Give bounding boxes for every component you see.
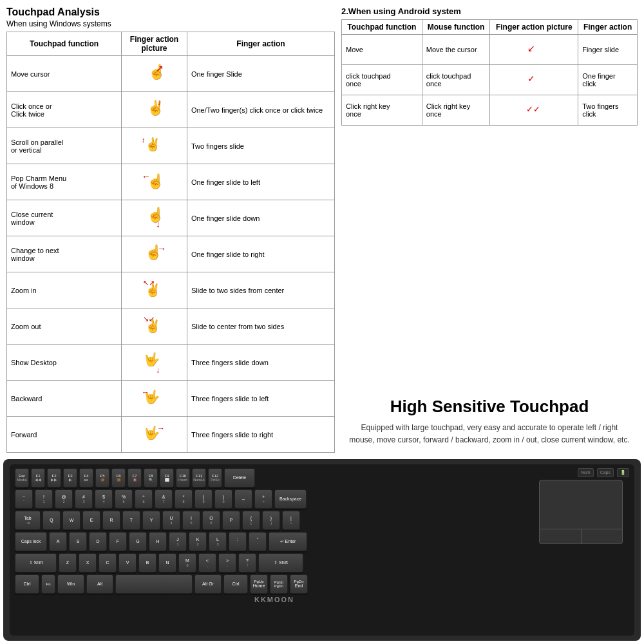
key-fn[interactable]: Fn — [41, 574, 55, 594]
win-action-cell: One finger slide to left — [187, 164, 334, 200]
key-rbracket[interactable]: }] — [262, 511, 280, 530]
key-slash[interactable]: ?/ — [238, 553, 256, 573]
and-mouse-cell: click touchpad once — [422, 65, 490, 95]
caps-indicator: Caps — [597, 468, 614, 477]
key-f6[interactable]: F6🔆 — [111, 468, 126, 488]
key-pgupdn[interactable]: PgUpPgDn — [270, 574, 288, 594]
key-z[interactable]: Z — [59, 553, 77, 573]
key-altgr[interactable]: Alt Gr — [194, 574, 222, 594]
key-f8[interactable]: F8🔍 — [144, 468, 158, 488]
key-f10[interactable]: F10Insert — [176, 468, 190, 488]
key-space[interactable] — [115, 574, 193, 594]
key-s[interactable]: S — [69, 532, 87, 551]
key-semicolon[interactable]: :; — [229, 532, 247, 551]
android-title: 2.When using Android system — [341, 6, 638, 16]
key-p[interactable]: P — [222, 511, 240, 530]
key-9[interactable]: (9 — [194, 489, 213, 509]
key-f9[interactable]: F9⬜ — [160, 468, 174, 488]
key-w[interactable]: W — [62, 511, 80, 530]
touchpad-left-btn[interactable] — [540, 529, 582, 544]
key-backtick[interactable]: ~` — [15, 489, 33, 509]
key-5[interactable]: %5 — [115, 489, 133, 509]
svg-text:🤟: 🤟 — [144, 352, 160, 367]
key-f7[interactable]: F7🔇 — [128, 468, 142, 488]
key-4[interactable]: $4 — [95, 489, 113, 509]
key-f3[interactable]: F3▶ — [63, 468, 77, 488]
win-action-cell: One finger slide to right — [187, 236, 334, 272]
and-mouse-cell: Move the cursor — [422, 35, 490, 65]
win-gesture-cell: ☝↗ — [122, 56, 187, 92]
windows-table-row: Move cursor ☝↗ One finger Slide — [7, 56, 335, 92]
key-x[interactable]: X — [79, 553, 97, 573]
key-home[interactable]: PgUpHome — [250, 574, 268, 594]
key-esc[interactable]: EscMedia — [15, 468, 29, 488]
sensitive-desc: Equipped with large touchpad, very easy … — [348, 422, 631, 446]
key-c[interactable]: C — [99, 553, 117, 573]
key-period[interactable]: >. — [218, 553, 236, 573]
key-alt[interactable]: Alt — [86, 574, 113, 594]
key-m[interactable]: M0 — [178, 553, 196, 573]
key-y[interactable]: Y — [142, 511, 160, 530]
key-o[interactable]: O6 — [202, 511, 220, 530]
key-backslash[interactable]: |\ — [282, 511, 300, 530]
win-function-cell: Forward — [7, 417, 122, 453]
key-0[interactable]: )0 — [214, 489, 232, 509]
key-f1[interactable]: F1◀◀ — [31, 468, 45, 488]
win-gesture-cell: ☝→ — [122, 236, 187, 272]
key-shift-left[interactable]: ⇧ Shift — [15, 553, 57, 573]
key-end[interactable]: PgDnEnd — [290, 574, 308, 594]
key-comma[interactable]: <, — [198, 553, 216, 573]
key-ctrl-right[interactable]: Ctrl — [223, 574, 248, 594]
key-6[interactable]: ^6 — [135, 489, 153, 509]
key-tab[interactable]: Tab⇥ — [15, 511, 41, 530]
key-g[interactable]: G — [129, 532, 147, 551]
key-r[interactable]: R — [102, 511, 120, 530]
key-h[interactable]: H — [149, 532, 167, 551]
svg-text:←: ← — [142, 388, 149, 397]
key-f[interactable]: F — [109, 532, 127, 551]
key-v[interactable]: V — [118, 553, 137, 573]
key-win[interactable]: Win — [57, 574, 84, 594]
key-delete[interactable]: Delete — [224, 468, 255, 488]
key-8[interactable]: *8 — [175, 489, 193, 509]
num-indicator: Num — [578, 468, 594, 477]
key-f4[interactable]: F4⏭ — [79, 468, 93, 488]
keyboard-right: Num Caps 🔋 — [539, 468, 629, 544]
key-ctrl-left[interactable]: Ctrl — [15, 574, 39, 594]
key-capslock[interactable]: Caps lock — [15, 532, 47, 551]
touchpad-right-btn[interactable] — [582, 529, 623, 544]
key-lbracket[interactable]: {[ — [242, 511, 260, 530]
key-d[interactable]: D — [89, 532, 107, 551]
key-f5[interactable]: F5🔅 — [95, 468, 109, 488]
key-row-fn: EscMedia F1◀◀ F2▶▶ F3▶ F4⏭ F5🔅 F6🔆 F7🔇 F… — [15, 468, 534, 488]
key-e[interactable]: E — [82, 511, 100, 530]
svg-text:→: → — [157, 243, 166, 254]
key-enter[interactable]: ↵ Enter — [269, 532, 307, 551]
key-f12[interactable]: F12PrtSc — [208, 468, 222, 488]
key-b[interactable]: B — [138, 553, 156, 573]
key-f2[interactable]: F2▶▶ — [47, 468, 61, 488]
key-l[interactable]: L3 — [209, 532, 227, 551]
svg-text:↖↗: ↖↗ — [143, 279, 155, 287]
key-j[interactable]: J1 — [169, 532, 187, 551]
key-f11[interactable]: F11NumLk — [192, 468, 206, 488]
key-quote[interactable]: "' — [249, 532, 267, 551]
android-touchpad-table: Touchpad function Mouse function Finger … — [341, 19, 638, 126]
key-2[interactable]: @2 — [55, 489, 73, 509]
key-1[interactable]: !1 — [35, 489, 53, 509]
key-minus[interactable]: _- — [234, 489, 252, 509]
key-k[interactable]: K2 — [189, 532, 207, 551]
key-3[interactable]: #3 — [75, 489, 93, 509]
key-t[interactable]: T — [122, 511, 140, 530]
key-shift-right[interactable]: ⇧ Shift — [258, 553, 303, 573]
key-a[interactable]: A — [49, 532, 67, 551]
key-equals[interactable]: += — [254, 489, 272, 509]
win-function-cell: Scroll on parallel or vertical — [7, 128, 122, 164]
key-n[interactable]: N — [158, 553, 176, 573]
key-backspace[interactable]: Backspace — [274, 489, 307, 509]
key-i[interactable]: I5 — [182, 511, 200, 530]
key-7[interactable]: &7 — [155, 489, 173, 509]
touchpad[interactable] — [539, 480, 623, 544]
key-q[interactable]: Q — [43, 511, 61, 530]
key-u[interactable]: U4 — [162, 511, 180, 530]
